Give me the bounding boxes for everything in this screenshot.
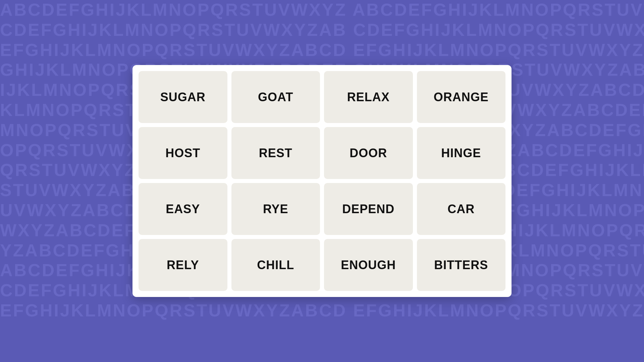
- word-card-orange[interactable]: ORANGE: [417, 71, 506, 123]
- word-card-depend[interactable]: DEPEND: [324, 183, 413, 235]
- word-card-host[interactable]: HOST: [139, 127, 227, 179]
- word-label-host: HOST: [165, 146, 200, 160]
- word-card-bitters[interactable]: BITTERS: [417, 239, 506, 291]
- word-card-easy[interactable]: EASY: [139, 183, 227, 235]
- word-label-rest: REST: [259, 146, 292, 160]
- bg-letter-row: EFGHIJKLMNOPQRSTUVWXYZABCD EFGHIJKLMNOPQ…: [0, 301, 644, 321]
- word-card-sugar[interactable]: SUGAR: [139, 71, 227, 123]
- word-card-hinge[interactable]: HINGE: [417, 127, 506, 179]
- word-label-orange: ORANGE: [434, 90, 489, 104]
- word-label-door: DOOR: [350, 146, 387, 160]
- bg-letter-row: EFGHIJKLMNOPQRSTUVWXYZABCD EFGHIJKLMNOPQ…: [0, 40, 644, 60]
- word-label-enough: ENOUGH: [341, 258, 396, 272]
- word-card-chill[interactable]: CHILL: [231, 239, 320, 291]
- word-card-enough[interactable]: ENOUGH: [324, 239, 413, 291]
- word-label-sugar: SUGAR: [160, 90, 206, 104]
- word-card-relax[interactable]: RELAX: [324, 71, 413, 123]
- word-label-chill: CHILL: [257, 258, 294, 272]
- word-label-hinge: HINGE: [441, 146, 481, 160]
- word-label-rye: RYE: [263, 202, 288, 216]
- word-card-car[interactable]: CAR: [417, 183, 506, 235]
- bg-letter-row: CDEFGHIJKLMNOPQRSTUVWXYZAB CDEFGHIJKLMNO…: [0, 20, 644, 40]
- word-label-easy: EASY: [166, 202, 200, 216]
- word-label-depend: DEPEND: [342, 202, 394, 216]
- word-label-goat: GOAT: [258, 90, 293, 104]
- word-label-relax: RELAX: [347, 90, 390, 104]
- word-label-rely: RELY: [167, 258, 199, 272]
- word-card-rye[interactable]: RYE: [231, 183, 320, 235]
- word-card-door[interactable]: DOOR: [324, 127, 413, 179]
- word-grid: SUGARGOATRELAXORANGEHOSTRESTDOORHINGEEAS…: [132, 65, 512, 297]
- word-card-rely[interactable]: RELY: [139, 239, 227, 291]
- word-label-bitters: BITTERS: [434, 258, 488, 272]
- word-label-car: CAR: [447, 202, 475, 216]
- word-card-goat[interactable]: GOAT: [231, 71, 320, 123]
- bg-letter-row: ABCDEFGHIJKLMNOPQRSTUVWXYZ ABCDEFGHIJKLM…: [0, 0, 644, 20]
- word-card-rest[interactable]: REST: [231, 127, 320, 179]
